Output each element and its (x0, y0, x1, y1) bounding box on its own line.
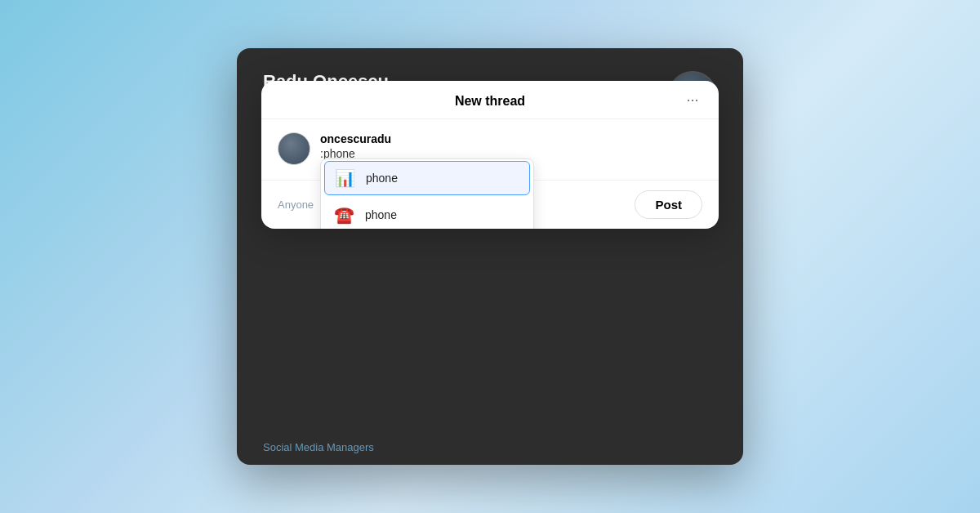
emoji-icon-0: 📊 (333, 168, 356, 188)
modal-overlay: New thread ··· oncescuradu :phone 📊 (237, 48, 743, 465)
emoji-item-1[interactable]: ☎️ phone (321, 197, 533, 229)
emoji-item-0[interactable]: 📊 phone (324, 161, 530, 195)
app-panel: Radu Oncescu oncescuradu 🌟 Featured in @… (237, 48, 743, 465)
modal-username: oncescuradu (320, 132, 702, 145)
post-button[interactable]: Post (635, 190, 702, 219)
emoji-icon-1: ☎️ (332, 205, 355, 225)
bottom-bar: Social Media Managers (237, 430, 743, 465)
audience-button[interactable]: Anyone (278, 199, 314, 211)
new-thread-modal: New thread ··· oncescuradu :phone 📊 (261, 81, 719, 229)
modal-menu-button[interactable]: ··· (679, 87, 706, 113)
ellipsis-icon: ··· (686, 91, 698, 109)
modal-avatar (278, 132, 310, 165)
modal-title: New thread (455, 94, 525, 109)
emoji-list: 📊 phone ☎️ phone 📞 phone 📱 phone (321, 159, 533, 229)
emoji-autocomplete-dropdown: 📊 phone ☎️ phone 📞 phone 📱 phone (320, 158, 534, 229)
bottom-label: Social Media Managers (263, 441, 374, 453)
modal-header: New thread ··· (261, 81, 719, 119)
emoji-label-1: phone (365, 208, 397, 221)
emoji-label-0: phone (366, 172, 398, 185)
